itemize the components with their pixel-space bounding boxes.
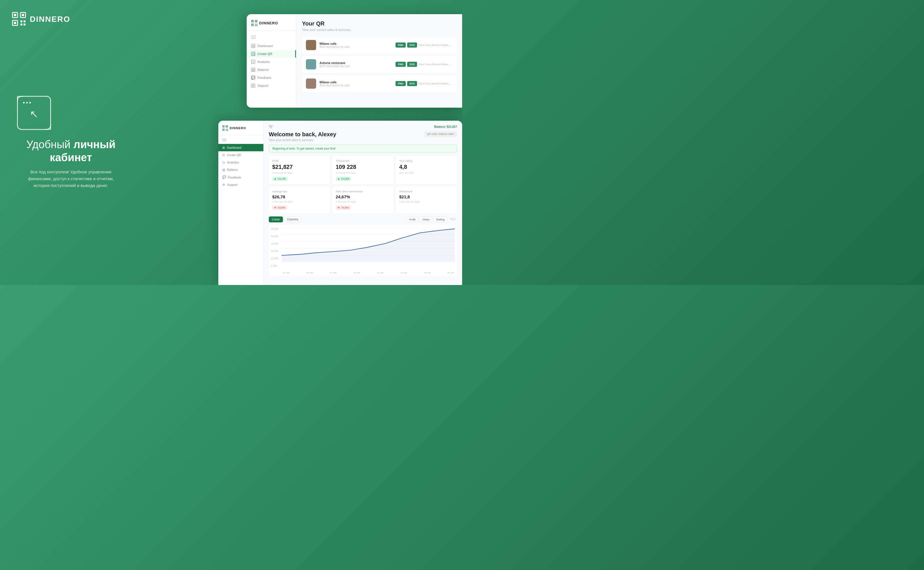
svg-rect-29 — [227, 130, 228, 131]
qr-sidebar-support[interactable]: ⚙ Support — [247, 82, 296, 89]
qr-sidebar-feedback[interactable]: 💬 Feedback — [247, 74, 296, 81]
chart-metric-buttons: Profit Views Raiting Tip p — [406, 217, 457, 222]
stat-tips-label: Average tips — [272, 190, 327, 193]
qr-window: DINNERO ⊞ Dashboard ⊡ Create QR ◷ Analyt… — [247, 14, 462, 108]
svg-rect-19 — [257, 25, 257, 26]
qr-btns-3: PNG SVG https://user.dinnero/milano_cafe — [395, 81, 452, 86]
dash-sidebar-createqr[interactable]: ⊡ Create QR — [218, 151, 263, 159]
chart-columns-btn[interactable]: Columns — [284, 216, 301, 222]
dash-balance-icon: ▤ — [222, 168, 225, 172]
balance-icon: ▤ — [251, 68, 255, 72]
dash-sidebar-balance[interactable]: ▤ Balance — [218, 166, 263, 173]
dash-sidebar-dashboard[interactable]: ⊞ Dashboard — [218, 144, 263, 151]
chart-views-btn[interactable]: Views — [420, 217, 432, 222]
qr-icon: ⊡ — [251, 52, 255, 56]
qr-svg-btn-3[interactable]: SVG — [407, 81, 417, 86]
chart-svg — [281, 227, 455, 262]
qr-sidebar-dashboard-label: Dashboard — [257, 44, 273, 48]
qr-png-btn-1[interactable]: PNG — [395, 43, 406, 48]
qr-sidebar: DINNERO ⊞ Dashboard ⊡ Create QR ◷ Analyt… — [247, 14, 296, 108]
qr-avatar-3 — [306, 78, 316, 89]
qr-name-3: Milano cafe — [320, 80, 392, 84]
dash-qr-badge[interactable]: QR code «Milano Cafe» — [424, 131, 457, 137]
feedback-icon: 💬 — [251, 76, 255, 80]
dash-filter-icon[interactable] — [269, 126, 273, 128]
svg-rect-18 — [255, 25, 256, 26]
y-label-16000: 16 000 — [271, 250, 278, 253]
qr-sidebar-dashboard[interactable]: ⊞ Dashboard — [247, 42, 296, 50]
qr-row-1: Milano cafe Brief description by user PN… — [302, 37, 457, 54]
qr-sidebar-analytics[interactable]: ◷ Analytics — [247, 58, 296, 66]
svg-rect-3 — [22, 14, 24, 16]
analytics-icon: ◷ — [251, 60, 255, 64]
dash-support-icon: ⚙ — [222, 183, 225, 186]
qr-png-btn-2[interactable]: PNG — [395, 62, 406, 67]
svg-rect-9 — [23, 23, 26, 26]
dash-topbar-left — [269, 126, 273, 128]
svg-marker-36 — [281, 229, 455, 262]
dash-hamburger[interactable] — [218, 137, 263, 143]
stat-rating: Your rating 4,8 Dec 18, 2021 — [396, 156, 457, 184]
chart-raiting-btn[interactable]: Raiting — [434, 217, 448, 222]
qr-desc-2: Brief description by user — [320, 64, 392, 68]
svg-rect-8 — [20, 23, 22, 26]
dash-sidebar-dashboard-label: Dashboard — [227, 146, 241, 149]
stats-grid: Profit $21,827 in the last 30 days ▲ +11… — [269, 156, 457, 213]
stat-commission-value: 24,67% — [336, 195, 390, 199]
x-20jan: 20 Jan — [447, 271, 454, 274]
headline-normal: Удобный — [26, 138, 71, 150]
chart-linear-btn[interactable]: Linear — [269, 216, 283, 222]
qr-row-3: Milano cafe Brief description by user PN… — [302, 75, 457, 92]
dash-main: Balance: $21,827 Welcome to back, Alexey… — [264, 121, 462, 285]
dash-welcome-block: Welcome to back, Alexey View your curren… — [269, 131, 336, 144]
stat-tips-badge: ▼ -24,8% — [272, 206, 287, 210]
qr-sidebar-balance[interactable]: ▤ Balance — [247, 66, 296, 74]
hero-content: ↖ Удобный личный кабинет Все под контрол… — [17, 96, 125, 189]
cursor-illustration: ↖ — [17, 96, 51, 130]
dot2 — [26, 102, 28, 103]
qr-avatar-2 — [306, 59, 316, 69]
chart-profit-btn[interactable]: Profit — [406, 217, 418, 222]
qr-info-1: Milano cafe Brief description by user — [320, 42, 392, 49]
qr-png-btn-3[interactable]: PNG — [395, 81, 406, 86]
x-01jan: 01 Jan — [283, 271, 290, 274]
dash-sidebar-analytics[interactable]: ◷ Analytics — [218, 159, 263, 166]
dash-balance-label: Balance: — [434, 125, 446, 128]
qr-info-3: Milano cafe Brief description by user — [320, 80, 392, 87]
svg-rect-1 — [14, 14, 16, 16]
chart-toolbar: Linear Columns Profit Views Raiting Tip … — [269, 216, 457, 222]
svg-rect-23 — [226, 126, 228, 127]
y-label-86000: 86 000 — [271, 227, 278, 230]
stat-withdrawal-label: Withdrawal — [399, 190, 454, 193]
qr-svg-btn-2[interactable]: SVG — [407, 62, 417, 67]
qr-svg-btn-1[interactable]: SVG — [407, 43, 417, 48]
x-13jan: 13 Jan — [377, 271, 384, 274]
x-07jan: 07 Jan — [330, 271, 337, 274]
chart-y-labels: 86 000 64 000 32 000 16 000 11 000 1 000 — [271, 227, 278, 267]
y-label-1000: 1 000 — [271, 264, 278, 267]
svg-rect-28 — [226, 130, 227, 131]
main-logo: DINNERO — [11, 11, 70, 27]
cursor-dots — [23, 102, 31, 103]
qr-hamburger[interactable] — [247, 33, 296, 41]
stat-profit-value: $21,827 — [272, 164, 327, 170]
stat-rating-label: Your rating — [399, 159, 454, 162]
svg-rect-16 — [255, 24, 256, 25]
svg-rect-15 — [252, 25, 253, 25]
stat-transaction-value: 109 228 — [336, 164, 390, 170]
svg-rect-11 — [252, 21, 253, 21]
qr-sidebar-feedback-label: Feedback — [257, 76, 271, 79]
x-18jan: 18 Jan — [424, 271, 430, 274]
stat-profit: Profit $21,827 in the last 30 days ▲ +11… — [269, 156, 330, 184]
dash-sidebar-support[interactable]: ⚙ Support — [218, 181, 263, 188]
qr-sidebar-createqr[interactable]: ⊡ Create QR — [247, 50, 296, 58]
dash-sidebar-feedback[interactable]: 💬 Feedback — [218, 173, 263, 181]
y-label-64000: 64 000 — [271, 235, 278, 238]
stat-tips-value: $26,78 — [272, 195, 327, 199]
dash-sidebar-logo-text: DINNERO — [230, 126, 246, 130]
main-logo-text: DINNERO — [30, 15, 70, 24]
qr-btns-1: PNG SVG https://user.dinnero/milano_cafe — [395, 43, 452, 48]
qr-name-2: Astoria restorane — [320, 61, 392, 64]
dashboard-icon: ⊞ — [251, 44, 255, 48]
stat-transaction-label: Transaction — [336, 159, 390, 162]
